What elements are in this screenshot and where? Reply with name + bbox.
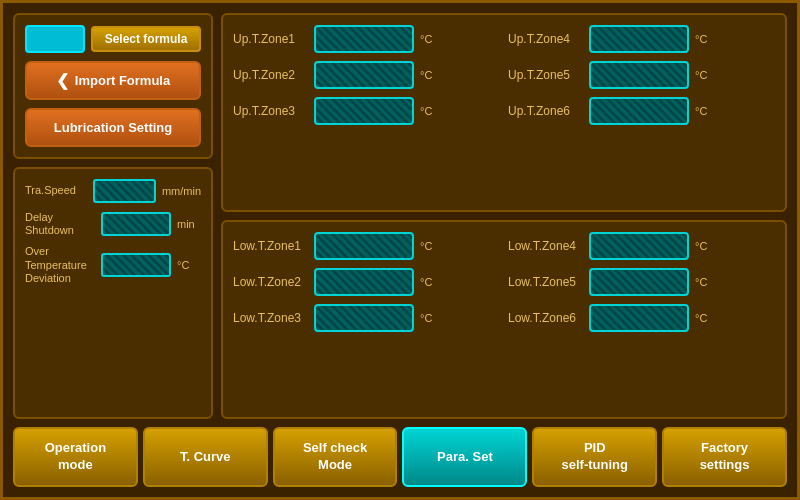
content-area: Select formula ❮ Import Formula Lubricat… [13,13,787,419]
lower-zones-grid: Low.T.Zone1 °C Low.T.Zone4 °C Low.T.Zone… [233,232,775,332]
up-zone1-input[interactable] [314,25,414,53]
tab-bar: Operationmode T. Curve Self checkMode Pa… [13,427,787,487]
up-zone5-input[interactable] [589,61,689,89]
up-zone4-row: Up.T.Zone4 °C [508,25,775,53]
up-zone6-input[interactable] [589,97,689,125]
low-zone1-label: Low.T.Zone1 [233,239,308,253]
low-zone6-row: Low.T.Zone6 °C [508,304,775,332]
lubrication-button[interactable]: Lubrication Setting [25,108,201,147]
upper-zones-grid: Up.T.Zone1 °C Up.T.Zone4 °C Up.T.Zone2 °… [233,25,775,125]
setting-row-overtemp: OverTemperatureDeviation °C [25,245,201,285]
up-zone6-row: Up.T.Zone6 °C [508,97,775,125]
low-zone6-input[interactable] [589,304,689,332]
settings-section: Tra.Speed mm/min DelayShutdown min OverT… [13,167,213,419]
up-zone1-label: Up.T.Zone1 [233,32,308,46]
up-zone4-input[interactable] [589,25,689,53]
overtemp-label: OverTemperatureDeviation [25,245,95,285]
select-formula-button[interactable]: Select formula [91,26,201,52]
up-zone5-row: Up.T.Zone5 °C [508,61,775,89]
overtemp-input[interactable] [101,253,171,277]
tab-operation-mode[interactable]: Operationmode [13,427,138,487]
delay-unit: min [177,218,195,230]
low-zone3-label: Low.T.Zone3 [233,311,308,325]
delay-label: DelayShutdown [25,211,95,237]
tab-para-set[interactable]: Para. Set [402,427,527,487]
up-zone2-unit: °C [420,69,432,81]
traspeed-input[interactable] [93,179,156,203]
toggle-indicator[interactable] [25,25,85,53]
low-zone1-input[interactable] [314,232,414,260]
low-zone5-input[interactable] [589,268,689,296]
low-zone1-unit: °C [420,240,432,252]
tab-factory-settings[interactable]: Factorysettings [662,427,787,487]
low-zone5-row: Low.T.Zone5 °C [508,268,775,296]
delay-input[interactable] [101,212,171,236]
overtemp-unit: °C [177,259,189,271]
up-zone2-label: Up.T.Zone2 [233,68,308,82]
tab-self-check-mode[interactable]: Self checkMode [273,427,398,487]
up-zone6-unit: °C [695,105,707,117]
up-zone5-unit: °C [695,69,707,81]
up-zone3-row: Up.T.Zone3 °C [233,97,500,125]
up-zone1-unit: °C [420,33,432,45]
up-zone5-label: Up.T.Zone5 [508,68,583,82]
up-zone4-label: Up.T.Zone4 [508,32,583,46]
up-zone3-unit: °C [420,105,432,117]
low-zone2-unit: °C [420,276,432,288]
low-zone3-unit: °C [420,312,432,324]
tab-t-curve[interactable]: T. Curve [143,427,268,487]
up-zone4-unit: °C [695,33,707,45]
low-zone5-label: Low.T.Zone5 [508,275,583,289]
low-zone4-input[interactable] [589,232,689,260]
up-zone3-label: Up.T.Zone3 [233,104,308,118]
lower-zones-panel: Low.T.Zone1 °C Low.T.Zone4 °C Low.T.Zone… [221,220,787,419]
low-zone6-label: Low.T.Zone6 [508,311,583,325]
low-zone2-input[interactable] [314,268,414,296]
low-zone3-row: Low.T.Zone3 °C [233,304,500,332]
up-zone2-input[interactable] [314,61,414,89]
traspeed-unit: mm/min [162,185,201,197]
arrow-icon: ❮ [56,71,69,90]
upper-zones-panel: Up.T.Zone1 °C Up.T.Zone4 °C Up.T.Zone2 °… [221,13,787,212]
low-zone4-unit: °C [695,240,707,252]
traspeed-label: Tra.Speed [25,184,87,197]
low-zone4-row: Low.T.Zone4 °C [508,232,775,260]
formula-section: Select formula ❮ Import Formula Lubricat… [13,13,213,159]
up-zone1-row: Up.T.Zone1 °C [233,25,500,53]
up-zone2-row: Up.T.Zone2 °C [233,61,500,89]
up-zone6-label: Up.T.Zone6 [508,104,583,118]
setting-row-delay: DelayShutdown min [25,211,201,237]
low-zone6-unit: °C [695,312,707,324]
tab-pid-self-tuning[interactable]: PIDself-tuning [532,427,657,487]
low-zone2-label: Low.T.Zone2 [233,275,308,289]
up-zone3-input[interactable] [314,97,414,125]
formula-toggle-row: Select formula [25,25,201,53]
low-zone3-input[interactable] [314,304,414,332]
main-container: Select formula ❮ Import Formula Lubricat… [0,0,800,500]
import-formula-button[interactable]: ❮ Import Formula [25,61,201,100]
right-panel: Up.T.Zone1 °C Up.T.Zone4 °C Up.T.Zone2 °… [221,13,787,419]
low-zone2-row: Low.T.Zone2 °C [233,268,500,296]
low-zone4-label: Low.T.Zone4 [508,239,583,253]
setting-row-traspeed: Tra.Speed mm/min [25,179,201,203]
low-zone1-row: Low.T.Zone1 °C [233,232,500,260]
low-zone5-unit: °C [695,276,707,288]
left-panel: Select formula ❮ Import Formula Lubricat… [13,13,213,419]
